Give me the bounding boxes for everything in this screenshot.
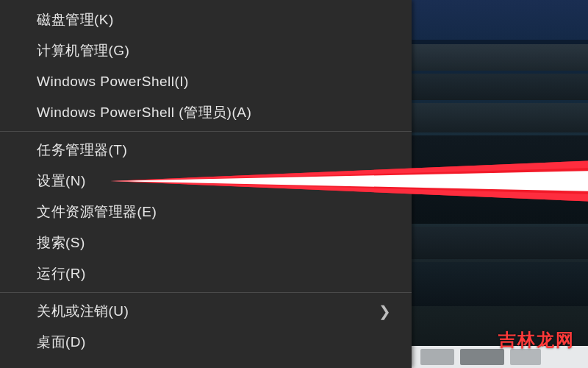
taskbar-button[interactable] <box>420 349 454 365</box>
menu-item-search[interactable]: 搜索(S) <box>0 227 412 258</box>
bg-plank <box>412 74 588 100</box>
menu-item-computer-management[interactable]: 计算机管理(G) <box>0 35 412 66</box>
menu-item-label: Windows PowerShell (管理员)(A) <box>37 103 251 122</box>
screenshot-root: 磁盘管理(K) 计算机管理(G) Windows PowerShell(I) W… <box>0 0 588 368</box>
bg-plank <box>412 262 588 306</box>
menu-item-label: 关机或注销(U) <box>37 302 129 321</box>
bg-plank <box>412 135 588 224</box>
menu-group: 关机或注销(U) ❯ 桌面(D) <box>0 296 412 358</box>
menu-item-disk-management[interactable]: 磁盘管理(K) <box>0 4 412 35</box>
menu-item-label: 桌面(D) <box>37 333 86 352</box>
bg-plank <box>412 103 588 132</box>
menu-item-powershell-admin[interactable]: Windows PowerShell (管理员)(A) <box>0 97 412 128</box>
taskbar-button[interactable] <box>460 349 504 365</box>
menu-separator <box>0 292 412 293</box>
menu-item-label: 设置(N) <box>37 171 86 191</box>
menu-item-label: 磁盘管理(K) <box>37 10 114 29</box>
menu-item-settings[interactable]: 设置(N) <box>0 166 412 197</box>
menu-item-file-explorer[interactable]: 文件资源管理器(E) <box>0 197 412 227</box>
menu-item-label: 文件资源管理器(E) <box>37 202 157 222</box>
menu-item-shutdown-signout[interactable]: 关机或注销(U) ❯ <box>0 296 412 327</box>
menu-item-label: 运行(R) <box>37 264 86 283</box>
menu-item-desktop[interactable]: 桌面(D) <box>0 327 412 358</box>
menu-item-label: 任务管理器(T) <box>37 141 127 160</box>
watermark-text: 吉林龙网 <box>498 328 575 352</box>
bg-plank <box>412 44 588 71</box>
menu-item-label: 搜索(S) <box>37 233 85 252</box>
bg-sky <box>412 0 588 41</box>
menu-group: 磁盘管理(K) 计算机管理(G) Windows PowerShell(I) W… <box>0 0 412 128</box>
menu-item-powershell[interactable]: Windows PowerShell(I) <box>0 66 412 97</box>
menu-item-run[interactable]: 运行(R) <box>0 258 412 289</box>
chevron-right-icon: ❯ <box>379 304 392 319</box>
menu-item-task-manager[interactable]: 任务管理器(T) <box>0 135 412 166</box>
menu-item-label: Windows PowerShell(I) <box>37 74 189 90</box>
bg-plank <box>412 227 588 259</box>
menu-item-label: 计算机管理(G) <box>37 41 129 60</box>
menu-group: 任务管理器(T) 设置(N) 文件资源管理器(E) 搜索(S) 运行(R) <box>0 135 412 289</box>
winx-context-menu: 磁盘管理(K) 计算机管理(G) Windows PowerShell(I) W… <box>0 0 412 368</box>
menu-separator <box>0 131 412 132</box>
